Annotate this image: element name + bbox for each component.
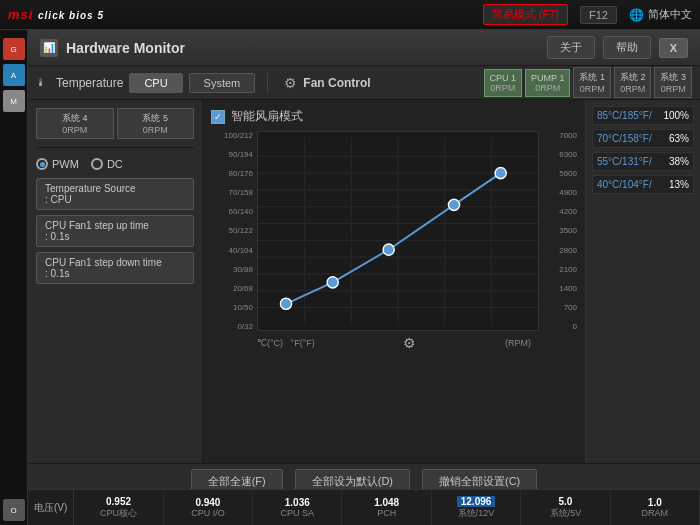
dc-label: DC — [107, 158, 123, 170]
chart-area: ✓ 智能风扇模式 100/212 90/194 80/176 70/158 60… — [203, 100, 585, 463]
temp-pct-2: 63% — [669, 133, 689, 144]
window-title: Hardware Monitor — [66, 40, 547, 56]
dc-radio[interactable]: DC — [91, 158, 123, 170]
voltage-12v-val: 12.096 — [457, 496, 496, 507]
pwm-radio-circle — [36, 158, 48, 170]
voltage-cpu-io-val: 0.940 — [195, 497, 220, 508]
y-label-2: 80/176 — [211, 169, 253, 178]
temp-source-label: Temperature Source — [45, 183, 185, 194]
svg-chart-container — [257, 131, 539, 331]
voltage-dram-val: 1.0 — [648, 497, 662, 508]
fan-item-sys1[interactable]: 系统 1 0RPM — [573, 67, 611, 98]
voltage-12v: 12.096 系统/12V — [432, 490, 521, 525]
y-label-1: 90/194 — [211, 150, 253, 159]
voltage-bar: 电压(V) 0.952 CPU核心 0.940 CPU I/O 1.036 CP… — [28, 489, 700, 525]
temp-val-4: 40°C/104°F/ — [597, 179, 652, 190]
fan-item-sys3[interactable]: 系统 3 0RPM — [654, 67, 692, 98]
temp-source-box[interactable]: Temperature Source : CPU — [36, 178, 194, 210]
voltage-pch-val: 1.048 — [374, 497, 399, 508]
temp-val-2: 70°C/158°F/ — [597, 133, 652, 144]
temp-row-4: 40°C/104°F/ 13% — [592, 175, 694, 194]
pwm-radio[interactable]: PWM — [36, 158, 79, 170]
voltage-pch: 1.048 PCH — [342, 490, 431, 525]
yr-label-8: 1400 — [543, 284, 577, 293]
divider1 — [36, 147, 194, 148]
right-temp-panel: 85°C/185°F/ 100% 70°C/158°F/ 63% 55°C/13… — [585, 100, 700, 463]
voltage-cpu-sa-val: 1.036 — [285, 497, 310, 508]
chart-svg — [257, 131, 539, 331]
about-button[interactable]: 关于 — [547, 36, 595, 59]
chart-header: ✓ 智能风扇模式 — [211, 108, 577, 125]
voltage-cpu-io-name: CPU I/O — [191, 508, 225, 518]
fan-item-sys2[interactable]: 系统 2 0RPM — [614, 67, 652, 98]
sidebar-icon-4[interactable]: O — [3, 499, 25, 521]
voltage-5v-val: 5.0 — [558, 496, 572, 507]
yr-label-10: 0 — [543, 322, 577, 331]
yr-label-5: 3500 — [543, 226, 577, 235]
fan-item-pump1[interactable]: PUMP 1 0RPM — [525, 69, 570, 97]
chart-bottom-row: ℃(°C) °F(°F) ⚙ (RPM) — [211, 335, 577, 351]
y-axis-right: 7000 6300 5600 4900 4200 3500 2800 2100 … — [539, 131, 577, 331]
voltage-cpu-sa-name: CPU SA — [281, 508, 315, 518]
fan-item-cpu1[interactable]: CPU 1 0RPM — [484, 69, 523, 97]
step-down-label: CPU Fan1 step down time — [45, 257, 185, 268]
chart-point-4[interactable] — [448, 199, 459, 210]
yr-label-6: 2800 — [543, 246, 577, 255]
fan-item-sys4[interactable]: 系统 4 0RPM — [36, 108, 114, 139]
fan-control-label: Fan Control — [303, 76, 370, 90]
chart-point-5[interactable] — [495, 168, 506, 179]
smart-fan-label: 智能风扇模式 — [231, 108, 303, 125]
f12-button[interactable]: F12 — [580, 6, 617, 24]
step-down-value: : 0.1s — [45, 268, 185, 279]
cpu-tab-button[interactable]: CPU — [129, 73, 182, 93]
step-up-label: CPU Fan1 step up time — [45, 220, 185, 231]
y-axis-left: 100/212 90/194 80/176 70/158 60/140 50/1… — [211, 131, 257, 331]
msi-logo: msi click bios 5 — [8, 7, 104, 22]
sidebar-icon-1[interactable]: G — [3, 38, 25, 60]
y-label-0: 100/212 — [211, 131, 253, 140]
language-selector[interactable]: 🌐 简体中文 — [629, 7, 692, 22]
close-button[interactable]: X — [659, 38, 688, 58]
window-icon: 📊 — [40, 39, 58, 57]
chart-unit-right: (RPM) — [505, 338, 531, 348]
sidebar-icon-2[interactable]: A — [3, 64, 25, 86]
sidebar-icon-3[interactable]: M — [3, 90, 25, 112]
fan-control-section: ⚙ Fan Control — [272, 75, 479, 91]
yr-label-4: 4200 — [543, 207, 577, 216]
temp-val-1: 85°C/185°F/ — [597, 110, 652, 121]
chart-point-2[interactable] — [327, 277, 338, 288]
voltage-pch-name: PCH — [377, 508, 396, 518]
yr-label-3: 4900 — [543, 188, 577, 197]
yr-label-1: 6300 — [543, 150, 577, 159]
y-label-4: 60/140 — [211, 207, 253, 216]
fan-icon-bottom: ⚙ — [403, 335, 416, 351]
y-label-7: 30/88 — [211, 265, 253, 274]
top-bar-right: 简易模式 (F7) F12 🌐 简体中文 — [483, 4, 692, 25]
tabs-row: 🌡 Temperature CPU System ⚙ Fan Control C… — [28, 66, 700, 100]
dc-radio-circle — [91, 158, 103, 170]
voltage-5v: 5.0 系统/5V — [521, 490, 610, 525]
yr-label-7: 2100 — [543, 265, 577, 274]
window-controls: 关于 帮助 X — [547, 36, 688, 59]
step-up-box[interactable]: CPU Fan1 step up time : 0.1s — [36, 215, 194, 247]
y-label-9: 10/50 — [211, 303, 253, 312]
chart-point-1[interactable] — [280, 298, 291, 309]
temperature-label: Temperature — [56, 76, 123, 90]
y-label-3: 70/158 — [211, 188, 253, 197]
chart-point-3[interactable] — [383, 244, 394, 255]
smart-fan-checkbox[interactable]: ✓ — [211, 110, 225, 124]
step-up-value: : 0.1s — [45, 231, 185, 242]
lang-label: 简体中文 — [648, 7, 692, 22]
fan-control-header: ⚙ Fan Control — [284, 75, 370, 91]
easy-mode-button[interactable]: 简易模式 (F7) — [483, 4, 568, 25]
voltage-cpu-core-val: 0.952 — [106, 496, 131, 507]
yr-label-9: 700 — [543, 303, 577, 312]
left-sidebar: G A M O — [0, 30, 28, 525]
step-down-box[interactable]: CPU Fan1 step down time : 0.1s — [36, 252, 194, 284]
fan-icon: ⚙ — [284, 75, 297, 91]
system-tab-button[interactable]: System — [189, 73, 256, 93]
help-button[interactable]: 帮助 — [603, 36, 651, 59]
fan-item-sys5[interactable]: 系统 5 0RPM — [117, 108, 195, 139]
y-label-6: 40/104 — [211, 246, 253, 255]
chart-unit-left: ℃(°C) °F(°F) — [257, 338, 315, 348]
